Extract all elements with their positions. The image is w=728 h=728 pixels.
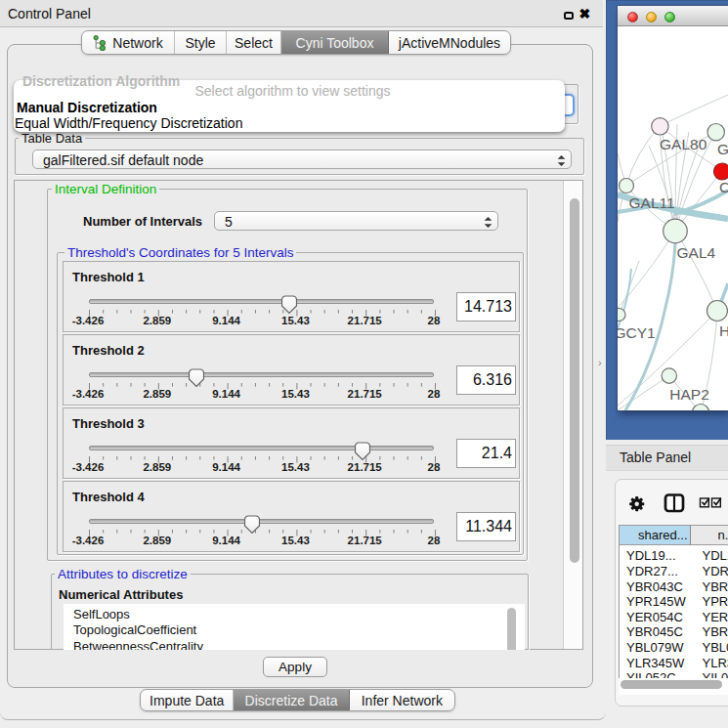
svg-text:GAL7: GAL7: [717, 141, 728, 157]
svg-text:GAL11: GAL11: [629, 194, 675, 211]
svg-text:GCY1: GCY1: [618, 324, 656, 341]
svg-text:GAL80: GAL80: [660, 136, 707, 152]
svg-text:HAP2: HAP2: [669, 386, 709, 403]
svg-text:HIS5: HIS5: [719, 322, 728, 339]
svg-text:GAL4: GAL4: [677, 244, 716, 261]
svg-text:C: C: [719, 179, 728, 195]
